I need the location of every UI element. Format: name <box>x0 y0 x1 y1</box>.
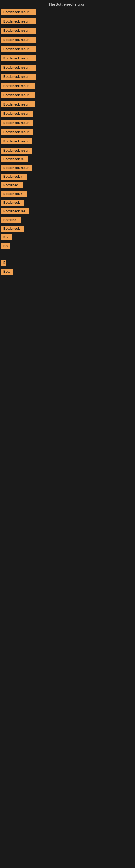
spacer-30 <box>0 278 135 281</box>
bottleneck-item-1: Bottleneck result <box>1 19 134 26</box>
bottleneck-item-9: Bottleneck result <box>1 92 134 99</box>
items-container: Bottleneck resultBottleneck resultBottle… <box>0 9 135 281</box>
bottleneck-item-25: Bot <box>1 235 134 241</box>
spacer-27 <box>0 253 135 258</box>
bottleneck-label-9[interactable]: Bottleneck result <box>1 92 35 98</box>
bottleneck-label-0[interactable]: Bottleneck result <box>1 9 36 15</box>
bottleneck-item-11: Bottleneck result <box>1 111 134 118</box>
bottleneck-item-5: Bottleneck result <box>1 55 134 62</box>
bottleneck-label-29[interactable]: Bott <box>1 269 13 275</box>
bottleneck-label-10[interactable]: Bottleneck result <box>1 101 35 107</box>
bottleneck-item-24: Bottleneck <box>1 226 134 233</box>
bottleneck-label-24[interactable]: Bottleneck <box>1 226 24 231</box>
bottleneck-label-7[interactable]: Bottleneck result <box>1 74 36 80</box>
bottleneck-item-17: Bottleneck result <box>1 165 134 172</box>
bottleneck-label-28[interactable]: B <box>1 260 6 266</box>
bottleneck-label-4[interactable]: Bottleneck result <box>1 46 36 52</box>
bottleneck-item-12: Bottleneck result <box>1 120 134 127</box>
bottleneck-item-6: Bottleneck result <box>1 65 134 72</box>
bottleneck-item-3: Bottleneck result <box>1 37 134 44</box>
bottleneck-item-29: Bott <box>1 269 134 276</box>
bottleneck-item-7: Bottleneck result <box>1 74 134 81</box>
bottleneck-item-18: Bottleneck r <box>1 174 134 181</box>
bottleneck-item-19: Bottlenec <box>1 182 134 189</box>
bottleneck-item-10: Bottleneck result <box>1 101 134 108</box>
bottleneck-label-19[interactable]: Bottlenec <box>1 182 23 188</box>
bottleneck-item-13: Bottleneck result <box>1 129 134 136</box>
bottleneck-label-12[interactable]: Bottleneck result <box>1 120 34 126</box>
bottleneck-label-22[interactable]: Bottleneck res <box>1 208 30 214</box>
bottleneck-item-22: Bottleneck res <box>1 208 134 215</box>
bottleneck-item-23: Bottlene <box>1 217 134 224</box>
bottleneck-label-16[interactable]: Bottleneck re <box>1 156 28 162</box>
bottleneck-label-17[interactable]: Bottleneck result <box>1 165 32 171</box>
bottleneck-item-21: Bottleneck <box>1 199 134 207</box>
bottleneck-item-0: Bottleneck result <box>1 9 134 16</box>
bottleneck-label-21[interactable]: Bottleneck <box>1 199 24 206</box>
bottleneck-label-14[interactable]: Bottleneck result <box>1 138 32 144</box>
bottleneck-label-5[interactable]: Bottleneck result <box>1 55 36 61</box>
bottleneck-label-1[interactable]: Bottleneck result <box>1 19 36 24</box>
bottleneck-label-8[interactable]: Bottleneck result <box>1 83 35 89</box>
bottleneck-label-6[interactable]: Bottleneck result <box>1 65 36 70</box>
bottleneck-label-26[interactable]: Bo <box>1 243 10 249</box>
bottleneck-item-26: Bo <box>1 243 134 250</box>
bottleneck-label-25[interactable]: Bot <box>1 235 12 240</box>
bottleneck-label-3[interactable]: Bottleneck result <box>1 37 36 43</box>
bottleneck-label-15[interactable]: Bottleneck result <box>1 148 32 154</box>
bottleneck-item-15: Bottleneck result <box>1 148 134 155</box>
bottleneck-item-4: Bottleneck result <box>1 46 134 53</box>
bottleneck-item-2: Bottleneck result <box>1 28 134 35</box>
bottleneck-item-16: Bottleneck re <box>1 156 134 163</box>
bottleneck-label-2[interactable]: Bottleneck result <box>1 28 36 34</box>
bottleneck-item-14: Bottleneck result <box>1 138 134 145</box>
bottleneck-item-20: Bottleneck r <box>1 191 134 198</box>
bottleneck-item-8: Bottleneck result <box>1 83 134 90</box>
bottleneck-label-20[interactable]: Bottleneck r <box>1 191 27 197</box>
bottleneck-label-18[interactable]: Bottleneck r <box>1 174 27 180</box>
bottleneck-label-11[interactable]: Bottleneck result <box>1 111 34 117</box>
bottleneck-label-23[interactable]: Bottlene <box>1 217 21 223</box>
bottleneck-item-28: B <box>1 260 134 267</box>
site-title: TheBottlenecker.com <box>0 0 135 8</box>
bottleneck-label-13[interactable]: Bottleneck result <box>1 129 34 135</box>
